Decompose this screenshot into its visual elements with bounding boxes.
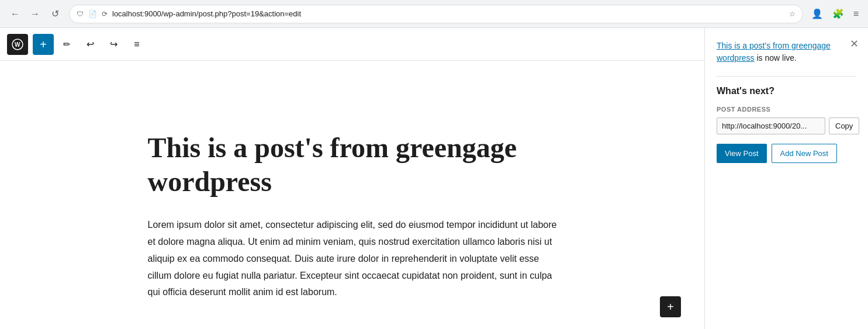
address-bar[interactable]: 🛡 📄 ⟳ ☆ xyxy=(69,5,803,23)
profile-icon[interactable]: 👤 xyxy=(809,6,825,22)
browser-right-icons: 👤 🧩 ≡ xyxy=(809,6,861,22)
redo-button[interactable]: ↪ xyxy=(103,34,124,55)
content-area: This is a post's from greengage wordpres… xyxy=(0,61,704,329)
browser-chrome: ← → ↺ 🛡 📄 ⟳ ☆ 👤 🧩 ≡ xyxy=(0,0,868,28)
post-title[interactable]: This is a post's from greengage wordpres… xyxy=(148,131,557,198)
whats-next-label: What's next? xyxy=(717,86,856,96)
svg-text:W: W xyxy=(15,41,20,48)
close-icon: ✕ xyxy=(850,38,859,50)
menu-icon[interactable]: ≡ xyxy=(851,6,861,22)
list-icon: ≡ xyxy=(134,39,139,50)
pencil-icon: ✏ xyxy=(63,39,71,50)
copy-button[interactable]: Copy xyxy=(829,117,859,134)
back-button[interactable]: ← xyxy=(7,6,23,22)
list-view-button[interactable]: ≡ xyxy=(126,34,147,55)
wp-toolbar: W + ✏ ↩ ↪ ≡ xyxy=(0,28,704,61)
panel-close-button[interactable]: ✕ xyxy=(848,35,861,53)
security-icon: 🛡 xyxy=(77,10,84,18)
bookmark-icon[interactable]: ☆ xyxy=(789,10,796,18)
undo-button[interactable]: ↩ xyxy=(79,34,101,55)
wp-logo[interactable]: W xyxy=(7,34,28,55)
post-body[interactable]: Lorem ipsum dolor sit amet, consectetur … xyxy=(148,217,557,301)
published-suffix: is now live. xyxy=(755,53,797,63)
url-input[interactable] xyxy=(112,9,784,18)
forward-button[interactable]: → xyxy=(27,6,43,22)
plus-icon: + xyxy=(40,39,47,50)
undo-icon: ↩ xyxy=(87,39,94,50)
published-text: This is a post's from greengage wordpres… xyxy=(717,40,856,64)
post-address-input[interactable] xyxy=(717,117,825,134)
add-block-bottom-button[interactable]: + xyxy=(660,296,681,317)
edit-toolbar-button[interactable]: ✏ xyxy=(56,34,77,55)
right-panel: ✕ This is a post's from greengage wordpr… xyxy=(704,28,868,329)
nav-buttons: ← → ↺ xyxy=(7,6,63,22)
plus-block-icon: + xyxy=(667,300,674,314)
main-layout: W + ✏ ↩ ↪ ≡ This is a post's from greeng… xyxy=(0,28,868,329)
post-address-row: Copy xyxy=(717,117,856,134)
redo-icon: ↪ xyxy=(110,39,117,50)
reload-icon: ⟳ xyxy=(102,10,108,18)
editor-area: W + ✏ ↩ ↪ ≡ This is a post's from greeng… xyxy=(0,28,704,329)
add-block-toolbar-button[interactable]: + xyxy=(33,34,54,55)
panel-divider xyxy=(717,76,856,77)
editor-content: This is a post's from greengage wordpres… xyxy=(136,108,569,324)
extensions-icon[interactable]: 🧩 xyxy=(830,6,846,22)
post-address-label: POST ADDRESS xyxy=(717,106,856,113)
page-icon: 📄 xyxy=(88,10,97,18)
view-post-button[interactable]: View Post xyxy=(717,144,767,163)
add-new-post-button[interactable]: Add New Post xyxy=(772,144,837,163)
panel-actions-row: View Post Add New Post xyxy=(717,144,856,163)
refresh-button[interactable]: ↺ xyxy=(47,6,63,22)
